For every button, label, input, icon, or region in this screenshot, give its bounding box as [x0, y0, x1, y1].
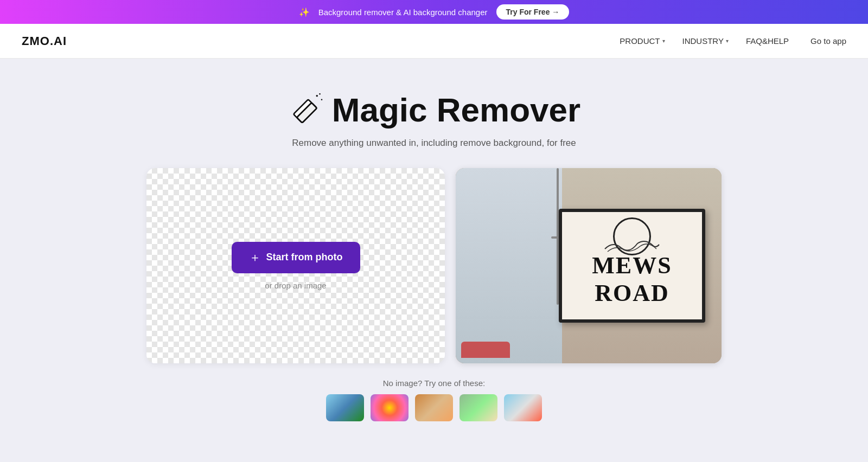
start-btn-label: Start from photo: [266, 252, 343, 263]
drop-text: or drop an image: [265, 281, 326, 290]
demo-image: MEWS ROAD: [456, 168, 722, 363]
nav-product[interactable]: PRODUCT ▾: [620, 36, 665, 46]
nav-product-link[interactable]: PRODUCT ▾: [620, 36, 665, 46]
svg-point-2: [319, 93, 321, 95]
svg-point-1: [321, 99, 323, 100]
upload-area[interactable]: ＋ Start from photo or drop an image: [146, 168, 445, 363]
chevron-down-icon: ▾: [726, 38, 729, 44]
top-banner: ✨ Background remover & AI background cha…: [0, 0, 868, 24]
nav-industry-link[interactable]: INDUSTRY ▾: [682, 36, 729, 46]
nav-links: PRODUCT ▾ INDUSTRY ▾ FAQ&HELP: [620, 36, 789, 46]
goto-app-link[interactable]: Go to app: [810, 36, 846, 46]
start-from-photo-button[interactable]: ＋ Start from photo: [232, 242, 360, 273]
plus-icon: ＋: [249, 249, 261, 266]
eraser-icon: [288, 91, 326, 129]
sign-text-mews: MEWS: [592, 252, 672, 279]
sign-text-road: ROAD: [595, 279, 669, 307]
car-hint: [461, 342, 510, 358]
nav-faq[interactable]: FAQ&HELP: [746, 36, 789, 46]
sample-thumb-4[interactable]: [459, 394, 497, 421]
samples-row: No image? Try one of these:: [146, 378, 722, 421]
main-content: Magic Remover Remove anything unwanted i…: [0, 59, 868, 462]
sample-thumb-5[interactable]: [504, 394, 542, 421]
sparkle-icon: ✨: [299, 7, 310, 17]
sign-scribble: [602, 238, 662, 254]
nav-faq-link[interactable]: FAQ&HELP: [746, 36, 789, 46]
upload-controls: ＋ Start from photo or drop an image: [232, 242, 360, 290]
samples-thumbs: [326, 394, 542, 421]
street-scene: MEWS ROAD: [456, 168, 722, 363]
svg-point-0: [316, 95, 318, 97]
hero-title: Magic Remover: [288, 91, 580, 129]
sample-thumb-2[interactable]: [371, 394, 409, 421]
banner-text: Background remover & AI background chang…: [318, 8, 488, 17]
nav-industry[interactable]: INDUSTRY ▾: [682, 36, 729, 46]
mews-road-sign: MEWS ROAD: [559, 209, 705, 323]
try-free-button[interactable]: Try For Free →: [496, 4, 570, 20]
chevron-down-icon: ▾: [662, 38, 665, 44]
logo: ZMO.AI: [22, 34, 67, 48]
building-area: [456, 168, 562, 363]
hero-subtitle: Remove anything unwanted in, including r…: [292, 138, 576, 149]
samples-label: No image? Try one of these:: [383, 378, 485, 388]
demo-image-inner: MEWS ROAD: [456, 168, 722, 363]
sample-thumb-3[interactable]: [415, 394, 453, 421]
navbar: ZMO.AI PRODUCT ▾ INDUSTRY ▾ FAQ&HELP Go …: [0, 24, 868, 59]
upload-section: ＋ Start from photo or drop an image: [146, 168, 722, 363]
hero-heading: Magic Remover: [332, 93, 580, 127]
sample-thumb-1[interactable]: [326, 394, 364, 421]
